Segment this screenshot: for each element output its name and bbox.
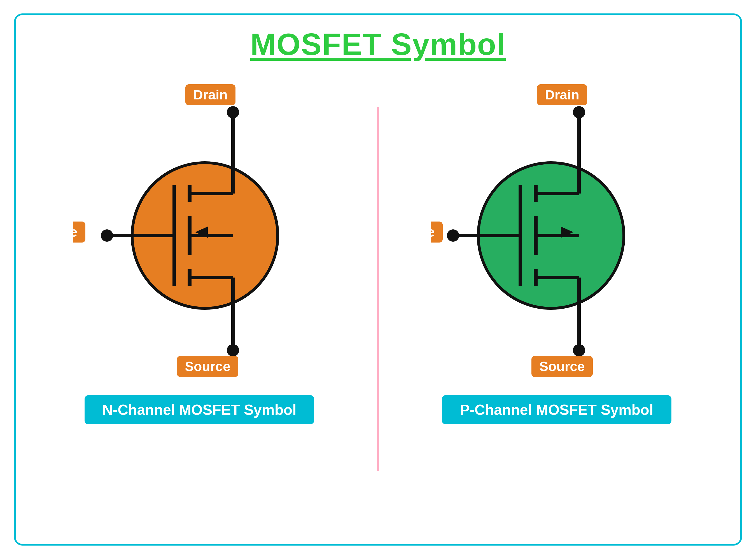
- n-drain-label: Drain: [185, 84, 235, 105]
- diagrams-row: Drain Gate Source N-Channel MOSFET Symbo…: [32, 79, 724, 527]
- p-channel-diagram: Drain Gate Source P-Channel MOSFET Symbo…: [390, 79, 724, 424]
- svg-point-15: [227, 344, 239, 357]
- n-channel-caption: N-Channel MOSFET Symbol: [85, 395, 314, 424]
- n-channel-diagram: Drain Gate Source N-Channel MOSFET Symbo…: [32, 79, 366, 424]
- n-source-label: Source: [177, 356, 238, 377]
- n-channel-svg: Drain Gate Source: [73, 79, 325, 387]
- p-source-label: Source: [531, 356, 593, 377]
- page-title: MOSFET Symbol: [250, 26, 506, 62]
- p-gate-label: Gate: [431, 222, 443, 243]
- svg-point-33: [573, 344, 585, 357]
- n-gate-label: Gate: [73, 222, 85, 243]
- divider: [377, 107, 379, 471]
- p-channel-svg: Drain Gate Source: [431, 79, 683, 387]
- outer-container: MOSFET Symbol: [14, 14, 742, 545]
- p-channel-caption: P-Channel MOSFET Symbol: [442, 395, 671, 424]
- p-drain-label: Drain: [537, 84, 587, 105]
